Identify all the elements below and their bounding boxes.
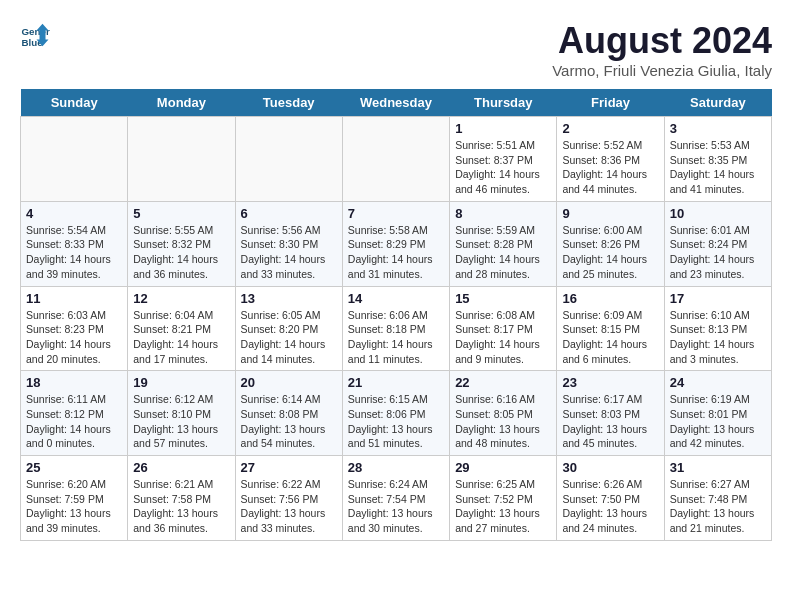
day-number: 16 [562,291,658,306]
calendar-cell: 17Sunrise: 6:10 AM Sunset: 8:13 PM Dayli… [664,286,771,371]
day-info: Sunrise: 6:21 AM Sunset: 7:58 PM Dayligh… [133,477,229,536]
calendar-cell: 30Sunrise: 6:26 AM Sunset: 7:50 PM Dayli… [557,456,664,541]
day-info: Sunrise: 6:15 AM Sunset: 8:06 PM Dayligh… [348,392,444,451]
calendar-cell: 19Sunrise: 6:12 AM Sunset: 8:10 PM Dayli… [128,371,235,456]
day-info: Sunrise: 6:00 AM Sunset: 8:26 PM Dayligh… [562,223,658,282]
day-number: 24 [670,375,766,390]
day-info: Sunrise: 6:11 AM Sunset: 8:12 PM Dayligh… [26,392,122,451]
day-info: Sunrise: 6:17 AM Sunset: 8:03 PM Dayligh… [562,392,658,451]
calendar-cell: 16Sunrise: 6:09 AM Sunset: 8:15 PM Dayli… [557,286,664,371]
calendar-cell: 13Sunrise: 6:05 AM Sunset: 8:20 PM Dayli… [235,286,342,371]
day-info: Sunrise: 5:56 AM Sunset: 8:30 PM Dayligh… [241,223,337,282]
day-number: 15 [455,291,551,306]
calendar-cell: 9Sunrise: 6:00 AM Sunset: 8:26 PM Daylig… [557,201,664,286]
day-number: 8 [455,206,551,221]
day-number: 1 [455,121,551,136]
calendar-cell [342,117,449,202]
calendar-cell: 11Sunrise: 6:03 AM Sunset: 8:23 PM Dayli… [21,286,128,371]
day-info: Sunrise: 6:03 AM Sunset: 8:23 PM Dayligh… [26,308,122,367]
day-number: 2 [562,121,658,136]
calendar-cell [21,117,128,202]
calendar-cell: 31Sunrise: 6:27 AM Sunset: 7:48 PM Dayli… [664,456,771,541]
calendar-cell: 25Sunrise: 6:20 AM Sunset: 7:59 PM Dayli… [21,456,128,541]
calendar-week-row: 4Sunrise: 5:54 AM Sunset: 8:33 PM Daylig… [21,201,772,286]
day-number: 4 [26,206,122,221]
day-info: Sunrise: 6:09 AM Sunset: 8:15 PM Dayligh… [562,308,658,367]
day-of-week-header: Wednesday [342,89,449,117]
day-info: Sunrise: 5:58 AM Sunset: 8:29 PM Dayligh… [348,223,444,282]
logo-icon: General Blue [20,20,50,50]
calendar-header-row: SundayMondayTuesdayWednesdayThursdayFrid… [21,89,772,117]
day-info: Sunrise: 5:59 AM Sunset: 8:28 PM Dayligh… [455,223,551,282]
month-year-title: August 2024 [552,20,772,62]
calendar-week-row: 11Sunrise: 6:03 AM Sunset: 8:23 PM Dayli… [21,286,772,371]
day-of-week-header: Tuesday [235,89,342,117]
calendar-cell: 24Sunrise: 6:19 AM Sunset: 8:01 PM Dayli… [664,371,771,456]
day-of-week-header: Monday [128,89,235,117]
day-of-week-header: Saturday [664,89,771,117]
day-info: Sunrise: 6:25 AM Sunset: 7:52 PM Dayligh… [455,477,551,536]
day-info: Sunrise: 6:19 AM Sunset: 8:01 PM Dayligh… [670,392,766,451]
day-info: Sunrise: 6:01 AM Sunset: 8:24 PM Dayligh… [670,223,766,282]
day-info: Sunrise: 6:20 AM Sunset: 7:59 PM Dayligh… [26,477,122,536]
calendar-cell: 2Sunrise: 5:52 AM Sunset: 8:36 PM Daylig… [557,117,664,202]
calendar-cell: 4Sunrise: 5:54 AM Sunset: 8:33 PM Daylig… [21,201,128,286]
calendar-cell: 18Sunrise: 6:11 AM Sunset: 8:12 PM Dayli… [21,371,128,456]
day-number: 10 [670,206,766,221]
day-info: Sunrise: 6:04 AM Sunset: 8:21 PM Dayligh… [133,308,229,367]
day-of-week-header: Sunday [21,89,128,117]
calendar-table: SundayMondayTuesdayWednesdayThursdayFrid… [20,89,772,541]
calendar-week-row: 1Sunrise: 5:51 AM Sunset: 8:37 PM Daylig… [21,117,772,202]
day-number: 29 [455,460,551,475]
calendar-cell: 27Sunrise: 6:22 AM Sunset: 7:56 PM Dayli… [235,456,342,541]
calendar-cell: 10Sunrise: 6:01 AM Sunset: 8:24 PM Dayli… [664,201,771,286]
logo: General Blue [20,20,50,50]
day-info: Sunrise: 5:55 AM Sunset: 8:32 PM Dayligh… [133,223,229,282]
day-info: Sunrise: 6:14 AM Sunset: 8:08 PM Dayligh… [241,392,337,451]
calendar-cell: 15Sunrise: 6:08 AM Sunset: 8:17 PM Dayli… [450,286,557,371]
day-info: Sunrise: 6:12 AM Sunset: 8:10 PM Dayligh… [133,392,229,451]
day-number: 28 [348,460,444,475]
calendar-cell: 29Sunrise: 6:25 AM Sunset: 7:52 PM Dayli… [450,456,557,541]
location-subtitle: Varmo, Friuli Venezia Giulia, Italy [552,62,772,79]
day-number: 7 [348,206,444,221]
day-number: 13 [241,291,337,306]
day-info: Sunrise: 6:05 AM Sunset: 8:20 PM Dayligh… [241,308,337,367]
calendar-cell: 5Sunrise: 5:55 AM Sunset: 8:32 PM Daylig… [128,201,235,286]
day-info: Sunrise: 6:27 AM Sunset: 7:48 PM Dayligh… [670,477,766,536]
calendar-cell: 1Sunrise: 5:51 AM Sunset: 8:37 PM Daylig… [450,117,557,202]
day-info: Sunrise: 6:22 AM Sunset: 7:56 PM Dayligh… [241,477,337,536]
calendar-cell: 22Sunrise: 6:16 AM Sunset: 8:05 PM Dayli… [450,371,557,456]
day-number: 9 [562,206,658,221]
day-number: 5 [133,206,229,221]
day-number: 23 [562,375,658,390]
calendar-cell: 20Sunrise: 6:14 AM Sunset: 8:08 PM Dayli… [235,371,342,456]
day-number: 18 [26,375,122,390]
day-number: 26 [133,460,229,475]
calendar-cell [235,117,342,202]
calendar-cell: 14Sunrise: 6:06 AM Sunset: 8:18 PM Dayli… [342,286,449,371]
page-header: General Blue August 2024 Varmo, Friuli V… [20,20,772,79]
calendar-cell: 23Sunrise: 6:17 AM Sunset: 8:03 PM Dayli… [557,371,664,456]
day-number: 12 [133,291,229,306]
day-number: 30 [562,460,658,475]
day-number: 19 [133,375,229,390]
day-of-week-header: Thursday [450,89,557,117]
day-info: Sunrise: 6:16 AM Sunset: 8:05 PM Dayligh… [455,392,551,451]
day-number: 31 [670,460,766,475]
day-number: 25 [26,460,122,475]
day-number: 21 [348,375,444,390]
day-info: Sunrise: 6:08 AM Sunset: 8:17 PM Dayligh… [455,308,551,367]
day-number: 6 [241,206,337,221]
day-number: 14 [348,291,444,306]
day-info: Sunrise: 6:26 AM Sunset: 7:50 PM Dayligh… [562,477,658,536]
calendar-cell: 6Sunrise: 5:56 AM Sunset: 8:30 PM Daylig… [235,201,342,286]
calendar-week-row: 18Sunrise: 6:11 AM Sunset: 8:12 PM Dayli… [21,371,772,456]
day-info: Sunrise: 5:51 AM Sunset: 8:37 PM Dayligh… [455,138,551,197]
day-number: 11 [26,291,122,306]
day-info: Sunrise: 6:06 AM Sunset: 8:18 PM Dayligh… [348,308,444,367]
day-of-week-header: Friday [557,89,664,117]
day-info: Sunrise: 5:53 AM Sunset: 8:35 PM Dayligh… [670,138,766,197]
calendar-cell: 3Sunrise: 5:53 AM Sunset: 8:35 PM Daylig… [664,117,771,202]
day-number: 17 [670,291,766,306]
